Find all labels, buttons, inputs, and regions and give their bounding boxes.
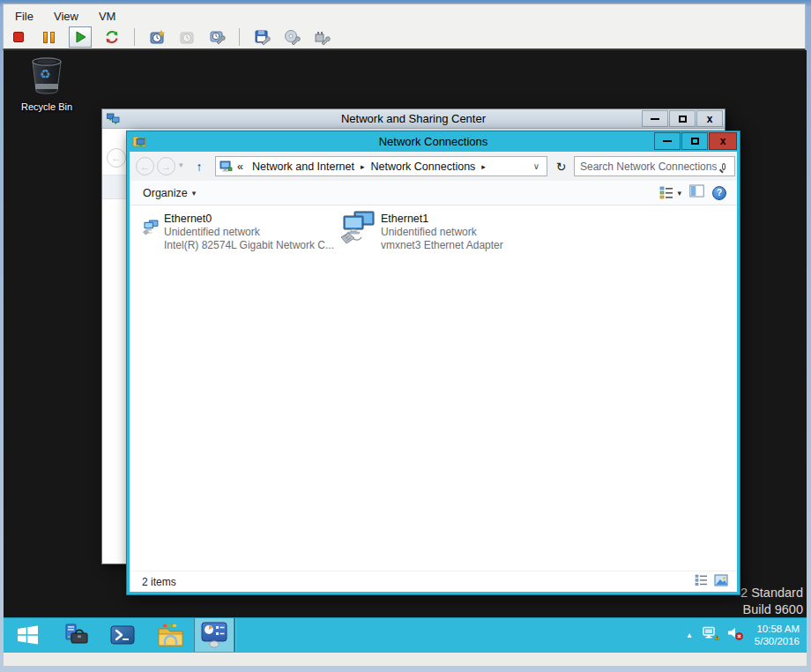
recent-pages-dropdown-icon[interactable]: ▾ xyxy=(179,161,183,169)
large-icons-view-button[interactable] xyxy=(714,574,728,590)
floppy-wrench-icon xyxy=(254,29,271,46)
recycle-bin-label: Recycle Bin xyxy=(12,101,81,112)
network-status-tray-button[interactable] xyxy=(703,626,719,645)
start-button[interactable] xyxy=(4,618,51,652)
breadcrumb-network-and-internet[interactable]: Network and Internet xyxy=(252,161,354,173)
connection-item-ethernet0[interactable]: Ethernet0 Unidentified network Intel(R) … xyxy=(142,211,334,252)
start-icon xyxy=(16,624,40,646)
chevron-down-icon: ▾ xyxy=(192,189,197,198)
chevron-right-icon[interactable]: ▸ xyxy=(481,162,486,171)
powershell-button[interactable] xyxy=(99,618,146,652)
server-manager-icon xyxy=(62,623,88,647)
pause-icon xyxy=(43,32,55,43)
connection-name: Ethernet0 xyxy=(164,213,334,226)
back-icon[interactable]: ← xyxy=(107,148,126,168)
search-box[interactable] xyxy=(574,156,735,176)
up-button[interactable]: ↑ xyxy=(191,157,207,175)
taskbar-separator xyxy=(234,618,235,652)
vm-settings-button[interactable] xyxy=(252,27,272,47)
play-icon xyxy=(73,30,87,44)
power-on-button[interactable] xyxy=(69,26,92,48)
volume-tray-button[interactable] xyxy=(727,626,743,644)
watermark-line2: Build 9600 xyxy=(740,601,803,618)
back-button[interactable]: ← xyxy=(136,157,154,175)
nc-command-bar: Organize ▾ ▾ xyxy=(130,181,737,205)
stop-icon xyxy=(13,32,24,42)
watermark-line1: 2 Standard xyxy=(740,585,803,601)
chevron-right-icon[interactable]: ▸ xyxy=(361,162,365,171)
powershell-icon xyxy=(109,623,136,646)
breadcrumb-network-connections[interactable]: Network Connections xyxy=(371,161,476,173)
refresh-button[interactable]: ↻ xyxy=(552,156,570,176)
usb-wrench-icon xyxy=(314,29,331,46)
volume-muted-icon xyxy=(727,626,743,640)
search-input[interactable] xyxy=(575,161,722,173)
taskbar-active-network-connections-button[interactable] xyxy=(194,618,234,652)
menu-view[interactable]: View xyxy=(51,9,81,24)
nc-status-bar: 2 items xyxy=(130,571,737,592)
minimize-button[interactable] xyxy=(642,110,668,127)
nc-window-controls: x xyxy=(654,132,737,150)
manage-snapshots-button[interactable] xyxy=(207,27,227,47)
search-icon[interactable] xyxy=(722,163,725,170)
network-connections-window[interactable]: Network Connections x ← → ▾ ↑ « xyxy=(126,131,740,595)
close-button[interactable]: x xyxy=(709,132,737,150)
organize-label: Organize xyxy=(143,187,188,199)
maximize-icon xyxy=(679,116,687,123)
close-icon: x xyxy=(707,114,713,124)
maximize-button[interactable] xyxy=(681,132,708,150)
change-view-button[interactable]: ▾ xyxy=(659,186,681,199)
file-explorer-button[interactable] xyxy=(146,618,194,652)
nsc-titlebar[interactable]: Network and Sharing Center x xyxy=(102,109,725,129)
forward-button[interactable]: → xyxy=(157,157,175,175)
usb-settings-button[interactable] xyxy=(312,27,331,47)
server-manager-button[interactable] xyxy=(51,618,99,652)
preview-pane-button[interactable] xyxy=(689,184,704,201)
statusbar-view-toggles xyxy=(695,574,728,590)
maximize-icon xyxy=(691,138,699,145)
connection-name: Ethernet1 xyxy=(381,213,503,226)
power-off-button[interactable] xyxy=(9,27,28,47)
nc-content-area[interactable]: Ethernet0 Unidentified network Intel(R) … xyxy=(130,205,737,571)
maximize-button[interactable] xyxy=(669,110,696,127)
commandbar-right-icons: ▾ ? xyxy=(659,184,726,201)
address-breadcrumb[interactable]: « Network and Internet ▸ Network Connect… xyxy=(215,156,547,176)
taskbar: ▲ 10:58 AM xyxy=(4,617,807,652)
minimize-button[interactable] xyxy=(654,132,681,150)
address-dropdown-icon[interactable]: ∨ xyxy=(530,161,543,171)
tray-clock[interactable]: 10:58 AM 5/30/2016 xyxy=(751,623,800,647)
take-snapshot-icon xyxy=(149,29,166,46)
nsc-window-title: Network and Sharing Center xyxy=(102,112,725,125)
manage-snapshots-icon xyxy=(209,29,226,46)
windows-build-watermark: 2 Standard Build 9600 xyxy=(740,585,803,618)
vmware-status-bar xyxy=(4,652,807,666)
help-button[interactable]: ? xyxy=(712,186,726,200)
revert-snapshot-button xyxy=(177,27,197,47)
nc-titlebar[interactable]: Network Connections x xyxy=(127,131,740,152)
connection-item-ethernet1[interactable]: Ethernet1 Unidentified network vmxnet3 E… xyxy=(339,211,531,252)
take-snapshot-button[interactable] xyxy=(147,27,167,47)
vmware-toolbar xyxy=(9,25,331,49)
menu-vm[interactable]: VM xyxy=(96,9,119,24)
nc-window-title: Network Connections xyxy=(127,135,740,148)
tray-expand-icon[interactable]: ▲ xyxy=(684,631,695,639)
details-view-button[interactable] xyxy=(695,574,708,590)
tray-time: 10:58 AM xyxy=(755,623,800,635)
close-button[interactable]: x xyxy=(696,110,723,127)
address-location-icon xyxy=(219,161,233,173)
organize-button[interactable]: Organize ▾ xyxy=(143,187,196,199)
vmware-menubar: File View VM xyxy=(12,7,118,25)
reset-button[interactable] xyxy=(102,27,122,47)
menu-file[interactable]: File xyxy=(12,9,36,24)
cd-dvd-settings-button[interactable] xyxy=(282,27,301,47)
connection-device: vmxnet3 Ethernet Adapter xyxy=(381,239,503,252)
suspend-button[interactable] xyxy=(39,27,58,47)
connection-device: Intel(R) 82574L Gigabit Network C... xyxy=(164,239,334,252)
minimize-icon xyxy=(663,140,672,142)
tray-date: 5/30/2016 xyxy=(755,635,800,647)
minimize-icon xyxy=(651,118,659,120)
reset-icon xyxy=(104,29,120,45)
separator xyxy=(239,28,240,46)
recycle-bin[interactable]: ♻ Recycle Bin xyxy=(12,54,81,112)
desktop[interactable]: ♻ Recycle Bin 2 Standard Build 9600 Netw… xyxy=(4,50,807,652)
